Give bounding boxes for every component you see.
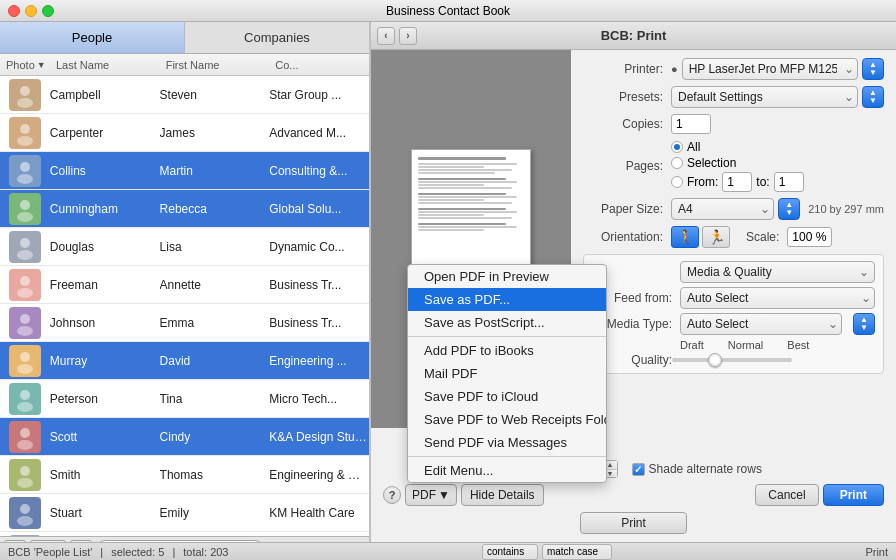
cancel-button[interactable]: Cancel xyxy=(755,484,818,506)
pdf-menu-item-web_receipts[interactable]: Save PDF to Web Receipts Folder xyxy=(408,408,606,431)
filter-contains-select[interactable]: contains xyxy=(482,544,538,560)
printer-row: Printer: ● HP LaserJet Pro MFP M125nw ▲▼ xyxy=(583,58,884,80)
pdf-menu-item-save_postscript[interactable]: Save as PostScript... xyxy=(408,311,606,334)
copies-control xyxy=(671,114,884,134)
media-quality-select[interactable]: Media & Quality xyxy=(680,261,875,283)
column-headers: Photo ▼ Last Name First Name Co... xyxy=(0,54,369,76)
feed-select[interactable]: Auto Select xyxy=(680,287,875,309)
status-list-label: BCB 'People List' xyxy=(8,546,92,558)
print-center-button[interactable]: Print xyxy=(580,512,687,534)
row-company: Business Tr... xyxy=(269,278,369,292)
pages-selection-row: Selection xyxy=(671,156,804,170)
pages-all-row: All xyxy=(671,140,804,154)
list-item[interactable]: Collins Martin Consulting &... xyxy=(0,152,369,190)
list-item[interactable]: Stuart Emily KM Health Care xyxy=(0,494,369,532)
row-firstname: Tina xyxy=(160,392,270,406)
printer-stepper[interactable]: ▲▼ xyxy=(862,58,884,80)
pages-to-input[interactable] xyxy=(774,172,804,192)
pages-all-radio[interactable] xyxy=(671,141,683,153)
list-item[interactable]: Cunningham Rebecca Global Solu... xyxy=(0,190,369,228)
list-item[interactable]: Peterson Tina Micro Tech... xyxy=(0,380,369,418)
pdf-menu-item-save_as_pdf[interactable]: Save as PDF... xyxy=(408,288,606,311)
col-header-photo[interactable]: Photo ▼ xyxy=(0,59,50,71)
svg-point-21 xyxy=(17,478,33,488)
list-item[interactable]: Scott Cindy K&A Design Studio xyxy=(0,418,369,456)
paper-size-row: Paper Size: A4 ▲▼ 210 by 297 mm xyxy=(583,198,884,220)
print-nav-controls[interactable]: ‹ › xyxy=(377,27,417,45)
list-item[interactable]: Douglas Lisa Dynamic Co... xyxy=(0,228,369,266)
pdf-menu-item-edit_menu[interactable]: Edit Menu... xyxy=(408,459,606,482)
portrait-btn[interactable]: 🚶 xyxy=(671,226,699,248)
title-bar: Business Contact Book xyxy=(0,0,896,22)
forward-btn[interactable]: › xyxy=(399,27,417,45)
col-header-lastname[interactable]: Last Name xyxy=(50,59,160,71)
quality-slider[interactable] xyxy=(672,358,792,362)
tab-companies[interactable]: Companies xyxy=(185,22,369,53)
list-item[interactable]: Murray David Engineering ... xyxy=(0,342,369,380)
orient-label: Orientation: xyxy=(583,230,663,244)
row-firstname: Lisa xyxy=(160,240,270,254)
row-lastname: Collins xyxy=(50,164,160,178)
shade-rows-checkbox[interactable] xyxy=(632,463,645,476)
avatar xyxy=(9,345,41,377)
presets-select[interactable]: Default Settings xyxy=(671,86,858,108)
filter-matchcase-select[interactable]: match case xyxy=(542,544,612,560)
print-status-btn[interactable]: Print xyxy=(865,546,888,558)
help-button[interactable]: ? xyxy=(383,486,401,504)
hide-details-button[interactable]: Hide Details xyxy=(461,484,544,506)
presets-stepper[interactable]: ▲▼ xyxy=(862,86,884,108)
list-item[interactable]: Freeman Annette Business Tr... xyxy=(0,266,369,304)
col-header-company[interactable]: Co... xyxy=(269,59,369,71)
svg-point-17 xyxy=(17,402,33,412)
list-item[interactable]: Johnson Emma Business Tr... xyxy=(0,304,369,342)
media-type-row: Media Type: Auto Select ▲▼ xyxy=(592,313,875,335)
pages-range-radio[interactable] xyxy=(671,176,683,188)
list-item[interactable]: Campbell Steven Star Group ... xyxy=(0,76,369,114)
media-stepper[interactable]: ▲▼ xyxy=(853,313,875,335)
row-company: K&A Design Studio xyxy=(269,430,369,444)
printer-select[interactable]: HP LaserJet Pro MFP M125nw xyxy=(682,58,858,80)
svg-point-3 xyxy=(17,136,33,146)
print-action-button[interactable]: Print xyxy=(823,484,884,506)
back-btn[interactable]: ‹ xyxy=(377,27,395,45)
paper-stepper[interactable]: ▲▼ xyxy=(778,198,800,220)
scale-input[interactable] xyxy=(787,227,832,247)
pdf-menu-item-add_ibooks[interactable]: Add PDF to iBooks xyxy=(408,339,606,362)
row-lastname: Cunningham xyxy=(50,202,160,216)
contact-list[interactable]: Campbell Steven Star Group ... Carpenter… xyxy=(0,76,369,536)
row-company: Global Solu... xyxy=(269,202,369,216)
row-lastname: Johnson xyxy=(50,316,160,330)
pages-from-input[interactable] xyxy=(722,172,752,192)
copies-input[interactable] xyxy=(671,114,711,134)
pdf-menu-item-mail_pdf[interactable]: Mail PDF xyxy=(408,362,606,385)
pdf-button[interactable]: PDF ▼ xyxy=(405,484,457,506)
print-footer: Left ▲ ▼ Top ▲ ▼ xyxy=(371,428,896,542)
media-select[interactable]: Auto Select xyxy=(680,313,842,335)
pdf-menu-item-open_preview[interactable]: Open PDF in Preview xyxy=(408,265,606,288)
svg-point-5 xyxy=(17,174,33,184)
maximize-window-btn[interactable] xyxy=(42,5,54,17)
row-photo xyxy=(0,383,50,415)
svg-point-20 xyxy=(20,466,30,476)
pages-selection-radio[interactable] xyxy=(671,157,683,169)
feed-from-row: Feed from: Auto Select xyxy=(592,287,875,309)
status-separator1: | xyxy=(100,546,103,558)
tab-people[interactable]: People xyxy=(0,22,185,53)
paper-select[interactable]: A4 xyxy=(671,198,774,220)
window-controls[interactable] xyxy=(8,5,54,17)
copies-row: Copies: xyxy=(583,114,884,134)
status-filter: contains match case xyxy=(482,544,612,560)
print-title: BCB: Print xyxy=(601,28,667,43)
landscape-btn[interactable]: 🏃 xyxy=(702,226,730,248)
col-header-firstname[interactable]: First Name xyxy=(160,59,270,71)
list-item[interactable]: Smith Thomas Engineering & Mana... xyxy=(0,456,369,494)
close-window-btn[interactable] xyxy=(8,5,20,17)
media-quality-header: Media & Quality xyxy=(592,261,875,283)
minimize-window-btn[interactable] xyxy=(25,5,37,17)
list-item[interactable]: Carpenter James Advanced M... xyxy=(0,114,369,152)
avatar xyxy=(9,497,41,529)
pdf-menu-item-send_icloud[interactable]: Save PDF to iCloud xyxy=(408,385,606,408)
pdf-menu-item-send_messages[interactable]: Send PDF via Messages xyxy=(408,431,606,454)
paper-select-wrap: A4 xyxy=(671,198,774,220)
avatar xyxy=(9,421,41,453)
